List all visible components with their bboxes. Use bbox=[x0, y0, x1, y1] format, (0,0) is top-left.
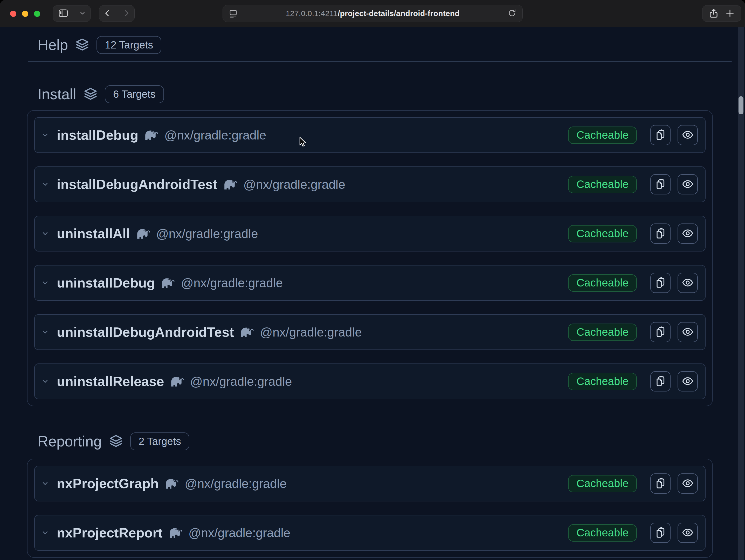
copy-button[interactable] bbox=[650, 523, 671, 543]
target-name: installDebug bbox=[57, 127, 138, 143]
view-button[interactable] bbox=[678, 223, 698, 244]
traffic-lights bbox=[10, 11, 40, 17]
copy-icon bbox=[654, 277, 667, 289]
target-executor: @nx/gradle:gradle bbox=[185, 477, 287, 491]
target-name: uninstallDebug bbox=[57, 275, 155, 291]
nav-divider bbox=[117, 9, 117, 18]
target-executor: @nx/gradle:gradle bbox=[260, 325, 362, 339]
copy-icon bbox=[654, 178, 667, 191]
chevron-down-icon[interactable] bbox=[41, 229, 50, 238]
target-executor: @nx/gradle:gradle bbox=[164, 128, 266, 142]
chevron-down-icon[interactable] bbox=[41, 479, 50, 488]
gradle-elephant-icon bbox=[170, 375, 185, 387]
view-button[interactable] bbox=[678, 474, 698, 494]
cacheable-badge: Cacheable bbox=[568, 373, 637, 390]
target-name: installDebugAndroidTest bbox=[57, 177, 217, 192]
cacheable-badge: Cacheable bbox=[568, 323, 637, 341]
copy-button[interactable] bbox=[650, 174, 671, 195]
eye-icon bbox=[682, 375, 694, 388]
cacheable-badge: Cacheable bbox=[568, 274, 637, 292]
minimize-window-button[interactable] bbox=[22, 11, 28, 17]
target-name: nxProjectReport bbox=[57, 525, 163, 540]
gradle-elephant-icon bbox=[144, 129, 159, 141]
scrollbar-thumb[interactable] bbox=[739, 96, 743, 114]
target-row[interactable]: uninstallDebug @nx/gradle:gradle Cacheab… bbox=[34, 265, 706, 301]
eye-icon bbox=[682, 129, 694, 142]
view-button[interactable] bbox=[678, 322, 698, 342]
view-button[interactable] bbox=[678, 125, 698, 145]
target-executor: @nx/gradle:gradle bbox=[156, 226, 258, 241]
layers-icon bbox=[109, 434, 123, 449]
view-button[interactable] bbox=[678, 371, 698, 391]
sidebar-icon bbox=[58, 8, 69, 20]
chevron-down-icon[interactable] bbox=[41, 528, 50, 537]
view-button[interactable] bbox=[678, 523, 698, 543]
address-bar[interactable]: 127.0.0.1:4211/project-details/android-f… bbox=[223, 5, 523, 22]
group-title: Install bbox=[38, 85, 76, 103]
url-text: 127.0.0.1:4211/project-details/android-f… bbox=[286, 9, 460, 18]
reload-button[interactable] bbox=[508, 8, 517, 19]
new-tab-button[interactable] bbox=[725, 8, 735, 19]
chevron-down-icon[interactable] bbox=[41, 131, 50, 139]
reload-icon bbox=[508, 8, 517, 19]
target-row[interactable]: nxProjectReport @nx/gradle:gradle Cachea… bbox=[34, 515, 706, 551]
project-details-page: Help 12 Targets Install 6 Targe bbox=[0, 27, 745, 560]
copy-button[interactable] bbox=[650, 223, 671, 244]
sidebar-menu-button[interactable] bbox=[79, 10, 86, 18]
target-executor: @nx/gradle:gradle bbox=[190, 374, 292, 389]
share-button[interactable] bbox=[708, 8, 719, 20]
view-button[interactable] bbox=[678, 273, 698, 293]
eye-icon bbox=[682, 228, 694, 240]
copy-button[interactable] bbox=[650, 125, 671, 145]
copy-icon bbox=[654, 527, 667, 539]
copy-button[interactable] bbox=[650, 474, 671, 494]
view-button[interactable] bbox=[678, 174, 698, 195]
target-row[interactable]: nxProjectGraph @nx/gradle:gradle Cacheab… bbox=[34, 466, 706, 501]
page-settings-icon[interactable] bbox=[229, 9, 238, 18]
url-host: 127.0.0.1:4211 bbox=[286, 9, 338, 18]
share-icon bbox=[708, 8, 719, 20]
target-count-badge: 2 Targets bbox=[130, 432, 189, 450]
chevron-down-icon[interactable] bbox=[41, 278, 50, 287]
sidebar-toggle-button[interactable] bbox=[58, 8, 69, 20]
copy-button[interactable] bbox=[650, 273, 671, 293]
cacheable-badge: Cacheable bbox=[568, 176, 637, 193]
gradle-elephant-icon bbox=[161, 277, 175, 289]
gradle-elephant-icon bbox=[136, 228, 151, 240]
gradle-elephant-icon bbox=[164, 478, 180, 489]
target-row[interactable]: uninstallDebugAndroidTest @nx/gradle:gra… bbox=[34, 314, 706, 350]
back-button[interactable] bbox=[103, 9, 112, 19]
chevron-down-icon[interactable] bbox=[41, 328, 50, 337]
copy-icon bbox=[654, 228, 667, 240]
forward-icon bbox=[122, 9, 131, 19]
nav-button-group bbox=[99, 5, 135, 22]
target-name: uninstallAll bbox=[57, 226, 130, 241]
group-title: Help bbox=[38, 36, 68, 54]
target-row[interactable]: installDebugAndroidTest @nx/gradle:gradl… bbox=[34, 167, 706, 202]
close-window-button[interactable] bbox=[10, 11, 17, 17]
target-executor: @nx/gradle:gradle bbox=[243, 177, 345, 191]
copy-button[interactable] bbox=[650, 371, 671, 391]
target-name: uninstallRelease bbox=[57, 374, 164, 389]
target-group-install: installDebug @nx/gradle:gradle Cacheable bbox=[27, 110, 713, 406]
eye-icon bbox=[682, 178, 694, 191]
target-executor: @nx/gradle:gradle bbox=[189, 526, 291, 540]
eye-icon bbox=[682, 277, 694, 289]
zoom-window-button[interactable] bbox=[34, 11, 40, 17]
copy-button[interactable] bbox=[650, 322, 671, 342]
target-row[interactable]: installDebug @nx/gradle:gradle Cacheable bbox=[34, 117, 706, 153]
cacheable-badge: Cacheable bbox=[568, 475, 637, 492]
chevron-down-icon bbox=[79, 10, 86, 18]
chevron-down-icon[interactable] bbox=[41, 180, 50, 189]
target-group-header-help: Help 12 Targets bbox=[38, 34, 745, 56]
copy-icon bbox=[654, 129, 667, 142]
forward-button[interactable] bbox=[122, 9, 131, 19]
target-executor: @nx/gradle:gradle bbox=[181, 276, 283, 290]
target-row[interactable]: uninstallRelease @nx/gradle:gradle Cache… bbox=[34, 363, 706, 399]
section-divider bbox=[28, 61, 732, 62]
chevron-down-icon[interactable] bbox=[41, 377, 50, 386]
cacheable-badge: Cacheable bbox=[568, 127, 637, 144]
target-row[interactable]: uninstallAll @nx/gradle:gradle Cacheable bbox=[34, 216, 706, 251]
sidebar-toggle-group bbox=[53, 5, 91, 22]
cacheable-badge: Cacheable bbox=[568, 225, 637, 242]
